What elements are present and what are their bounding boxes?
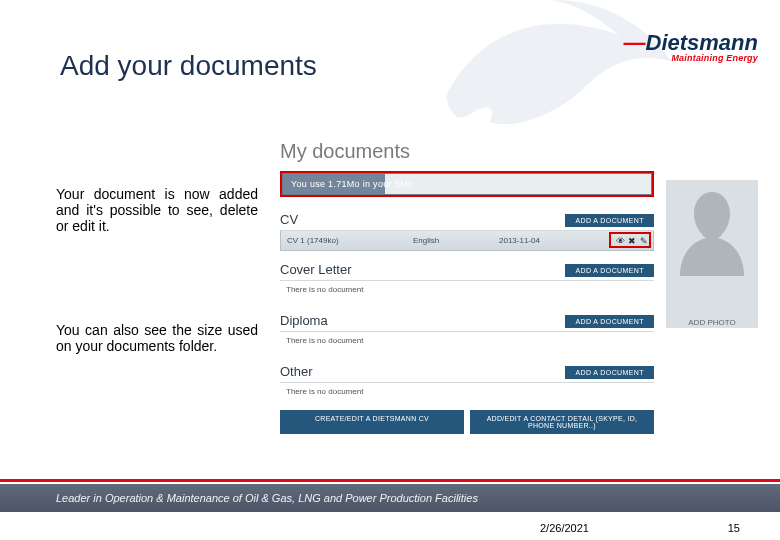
delete-icon[interactable]: ✖: [627, 236, 637, 246]
section-diploma: Diploma ADD A DOCUMENT There is no docum…: [280, 306, 654, 353]
section-cover-title: Cover Letter: [280, 262, 565, 280]
storage-usage-text: You use 1.71Mo in your 5Mo: [291, 179, 413, 189]
page-title: Add your documents: [60, 50, 317, 82]
storage-usage-highlight: You use 1.71Mo in your 5Mo: [280, 171, 654, 197]
header: Add your documents —Dietsmann Maintainin…: [0, 50, 780, 90]
edit-icon[interactable]: ✎: [639, 236, 649, 246]
add-document-button[interactable]: ADD A DOCUMENT: [565, 264, 654, 277]
footer-page-number: 15: [728, 522, 740, 534]
instruction-text-2: You can also see the size used on your d…: [56, 322, 258, 354]
profile-photo-placeholder[interactable]: ADD PHOTO: [666, 180, 758, 328]
cv-doc-language: English: [413, 236, 493, 245]
section-cv: CV ADD A DOCUMENT CV 1 (1749ko) English …: [280, 205, 654, 251]
documents-panel: My documents You use 1.71Mo in your 5Mo …: [280, 140, 758, 434]
footer-date: 2/26/2021: [540, 522, 589, 534]
section-other: Other ADD A DOCUMENT There is no documen…: [280, 357, 654, 404]
avatar-silhouette-icon: [666, 180, 758, 286]
footer-tagline: Leader in Operation & Maintenance of Oil…: [56, 492, 478, 504]
panel-title: My documents: [280, 140, 758, 163]
section-cv-title: CV: [280, 212, 565, 230]
view-icon[interactable]: 👁: [615, 236, 625, 246]
diploma-no-document: There is no document: [280, 332, 654, 353]
other-no-document: There is no document: [280, 383, 654, 404]
add-document-button[interactable]: ADD A DOCUMENT: [565, 315, 654, 328]
company-logo: —Dietsmann Maintaining Energy: [624, 32, 758, 63]
section-other-title: Other: [280, 364, 565, 382]
logo-brand: —Dietsmann: [624, 32, 758, 54]
cv-doc-date: 2013-11-04: [499, 236, 609, 245]
instruction-text-1: Your document is now added and it's poss…: [56, 186, 258, 234]
add-document-button[interactable]: ADD A DOCUMENT: [565, 366, 654, 379]
section-cover-letter: Cover Letter ADD A DOCUMENT There is no …: [280, 255, 654, 302]
section-diploma-title: Diploma: [280, 313, 565, 331]
add-contact-button[interactable]: ADD/EDIT A CONTACT DETAIL (SKYPE, ID, PH…: [470, 410, 654, 434]
add-photo-label: ADD PHOTO: [688, 286, 735, 327]
footer-bar: Leader in Operation & Maintenance of Oil…: [0, 484, 780, 512]
cv-doc-name: CV 1 (1749ko): [287, 236, 407, 245]
add-document-button[interactable]: ADD A DOCUMENT: [565, 214, 654, 227]
create-cv-button[interactable]: CREATE/EDIT A DIETSMANN CV: [280, 410, 464, 434]
logo-tagline: Maintaining Energy: [624, 54, 758, 63]
storage-usage-bar: You use 1.71Mo in your 5Mo: [282, 173, 652, 195]
cover-no-document: There is no document: [280, 281, 654, 302]
cv-document-row: CV 1 (1749ko) English 2013-11-04 👁 ✖ ✎: [280, 231, 654, 251]
